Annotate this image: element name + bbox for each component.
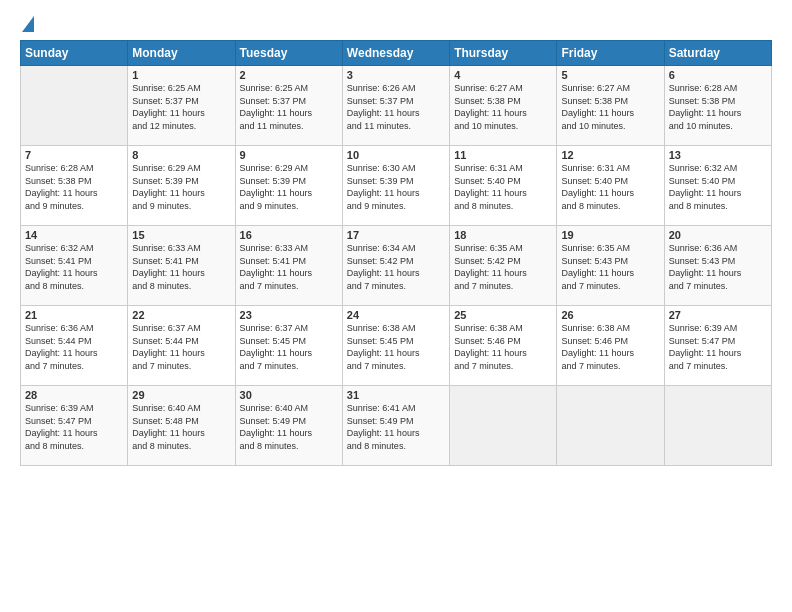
calendar-cell: 21Sunrise: 6:36 AM Sunset: 5:44 PM Dayli… (21, 306, 128, 386)
logo (20, 16, 34, 30)
day-info: Sunrise: 6:34 AM Sunset: 5:42 PM Dayligh… (347, 242, 445, 292)
day-number: 12 (561, 149, 659, 161)
calendar-cell: 20Sunrise: 6:36 AM Sunset: 5:43 PM Dayli… (664, 226, 771, 306)
day-info: Sunrise: 6:38 AM Sunset: 5:46 PM Dayligh… (561, 322, 659, 372)
calendar-cell: 14Sunrise: 6:32 AM Sunset: 5:41 PM Dayli… (21, 226, 128, 306)
day-number: 23 (240, 309, 338, 321)
day-info: Sunrise: 6:29 AM Sunset: 5:39 PM Dayligh… (132, 162, 230, 212)
day-info: Sunrise: 6:32 AM Sunset: 5:41 PM Dayligh… (25, 242, 123, 292)
day-info: Sunrise: 6:40 AM Sunset: 5:49 PM Dayligh… (240, 402, 338, 452)
calendar-cell: 16Sunrise: 6:33 AM Sunset: 5:41 PM Dayli… (235, 226, 342, 306)
calendar-cell (664, 386, 771, 466)
calendar-header-saturday: Saturday (664, 41, 771, 66)
header (20, 16, 772, 30)
calendar-cell: 10Sunrise: 6:30 AM Sunset: 5:39 PM Dayli… (342, 146, 449, 226)
day-info: Sunrise: 6:33 AM Sunset: 5:41 PM Dayligh… (132, 242, 230, 292)
day-number: 19 (561, 229, 659, 241)
day-info: Sunrise: 6:27 AM Sunset: 5:38 PM Dayligh… (561, 82, 659, 132)
calendar-cell: 27Sunrise: 6:39 AM Sunset: 5:47 PM Dayli… (664, 306, 771, 386)
day-info: Sunrise: 6:40 AM Sunset: 5:48 PM Dayligh… (132, 402, 230, 452)
day-number: 18 (454, 229, 552, 241)
calendar-week-row: 1Sunrise: 6:25 AM Sunset: 5:37 PM Daylig… (21, 66, 772, 146)
day-info: Sunrise: 6:25 AM Sunset: 5:37 PM Dayligh… (240, 82, 338, 132)
day-info: Sunrise: 6:28 AM Sunset: 5:38 PM Dayligh… (669, 82, 767, 132)
calendar-header-row: SundayMondayTuesdayWednesdayThursdayFrid… (21, 41, 772, 66)
calendar-cell: 25Sunrise: 6:38 AM Sunset: 5:46 PM Dayli… (450, 306, 557, 386)
calendar-header-monday: Monday (128, 41, 235, 66)
page: SundayMondayTuesdayWednesdayThursdayFrid… (0, 0, 792, 612)
calendar-cell: 5Sunrise: 6:27 AM Sunset: 5:38 PM Daylig… (557, 66, 664, 146)
day-info: Sunrise: 6:31 AM Sunset: 5:40 PM Dayligh… (454, 162, 552, 212)
day-number: 22 (132, 309, 230, 321)
day-info: Sunrise: 6:28 AM Sunset: 5:38 PM Dayligh… (25, 162, 123, 212)
day-number: 4 (454, 69, 552, 81)
calendar-cell: 19Sunrise: 6:35 AM Sunset: 5:43 PM Dayli… (557, 226, 664, 306)
day-number: 13 (669, 149, 767, 161)
calendar-cell: 11Sunrise: 6:31 AM Sunset: 5:40 PM Dayli… (450, 146, 557, 226)
calendar-cell: 28Sunrise: 6:39 AM Sunset: 5:47 PM Dayli… (21, 386, 128, 466)
calendar-cell: 1Sunrise: 6:25 AM Sunset: 5:37 PM Daylig… (128, 66, 235, 146)
day-number: 25 (454, 309, 552, 321)
calendar-cell: 29Sunrise: 6:40 AM Sunset: 5:48 PM Dayli… (128, 386, 235, 466)
calendar-cell (450, 386, 557, 466)
logo-container (20, 16, 34, 30)
day-info: Sunrise: 6:25 AM Sunset: 5:37 PM Dayligh… (132, 82, 230, 132)
day-info: Sunrise: 6:38 AM Sunset: 5:46 PM Dayligh… (454, 322, 552, 372)
day-number: 20 (669, 229, 767, 241)
calendar-cell: 31Sunrise: 6:41 AM Sunset: 5:49 PM Dayli… (342, 386, 449, 466)
calendar-cell: 9Sunrise: 6:29 AM Sunset: 5:39 PM Daylig… (235, 146, 342, 226)
calendar-cell: 22Sunrise: 6:37 AM Sunset: 5:44 PM Dayli… (128, 306, 235, 386)
calendar-header-thursday: Thursday (450, 41, 557, 66)
day-number: 31 (347, 389, 445, 401)
calendar-cell: 8Sunrise: 6:29 AM Sunset: 5:39 PM Daylig… (128, 146, 235, 226)
day-number: 28 (25, 389, 123, 401)
day-info: Sunrise: 6:35 AM Sunset: 5:42 PM Dayligh… (454, 242, 552, 292)
day-info: Sunrise: 6:31 AM Sunset: 5:40 PM Dayligh… (561, 162, 659, 212)
day-info: Sunrise: 6:37 AM Sunset: 5:45 PM Dayligh… (240, 322, 338, 372)
day-info: Sunrise: 6:26 AM Sunset: 5:37 PM Dayligh… (347, 82, 445, 132)
calendar-cell (21, 66, 128, 146)
calendar-week-row: 21Sunrise: 6:36 AM Sunset: 5:44 PM Dayli… (21, 306, 772, 386)
day-number: 3 (347, 69, 445, 81)
day-info: Sunrise: 6:39 AM Sunset: 5:47 PM Dayligh… (25, 402, 123, 452)
calendar-cell: 3Sunrise: 6:26 AM Sunset: 5:37 PM Daylig… (342, 66, 449, 146)
day-number: 16 (240, 229, 338, 241)
day-number: 30 (240, 389, 338, 401)
calendar-cell: 23Sunrise: 6:37 AM Sunset: 5:45 PM Dayli… (235, 306, 342, 386)
calendar-cell: 4Sunrise: 6:27 AM Sunset: 5:38 PM Daylig… (450, 66, 557, 146)
calendar-cell: 17Sunrise: 6:34 AM Sunset: 5:42 PM Dayli… (342, 226, 449, 306)
day-number: 15 (132, 229, 230, 241)
day-number: 9 (240, 149, 338, 161)
day-number: 29 (132, 389, 230, 401)
day-info: Sunrise: 6:38 AM Sunset: 5:45 PM Dayligh… (347, 322, 445, 372)
day-number: 5 (561, 69, 659, 81)
calendar-week-row: 7Sunrise: 6:28 AM Sunset: 5:38 PM Daylig… (21, 146, 772, 226)
calendar-cell: 13Sunrise: 6:32 AM Sunset: 5:40 PM Dayli… (664, 146, 771, 226)
day-info: Sunrise: 6:36 AM Sunset: 5:43 PM Dayligh… (669, 242, 767, 292)
day-number: 10 (347, 149, 445, 161)
calendar-cell: 12Sunrise: 6:31 AM Sunset: 5:40 PM Dayli… (557, 146, 664, 226)
day-number: 11 (454, 149, 552, 161)
day-info: Sunrise: 6:39 AM Sunset: 5:47 PM Dayligh… (669, 322, 767, 372)
calendar-header-sunday: Sunday (21, 41, 128, 66)
calendar-header-tuesday: Tuesday (235, 41, 342, 66)
calendar-week-row: 14Sunrise: 6:32 AM Sunset: 5:41 PM Dayli… (21, 226, 772, 306)
day-number: 26 (561, 309, 659, 321)
calendar-cell: 15Sunrise: 6:33 AM Sunset: 5:41 PM Dayli… (128, 226, 235, 306)
day-number: 1 (132, 69, 230, 81)
day-info: Sunrise: 6:27 AM Sunset: 5:38 PM Dayligh… (454, 82, 552, 132)
day-info: Sunrise: 6:29 AM Sunset: 5:39 PM Dayligh… (240, 162, 338, 212)
day-number: 17 (347, 229, 445, 241)
day-info: Sunrise: 6:33 AM Sunset: 5:41 PM Dayligh… (240, 242, 338, 292)
calendar-header-friday: Friday (557, 41, 664, 66)
day-info: Sunrise: 6:32 AM Sunset: 5:40 PM Dayligh… (669, 162, 767, 212)
day-number: 8 (132, 149, 230, 161)
day-info: Sunrise: 6:37 AM Sunset: 5:44 PM Dayligh… (132, 322, 230, 372)
calendar-cell: 6Sunrise: 6:28 AM Sunset: 5:38 PM Daylig… (664, 66, 771, 146)
day-info: Sunrise: 6:35 AM Sunset: 5:43 PM Dayligh… (561, 242, 659, 292)
day-info: Sunrise: 6:30 AM Sunset: 5:39 PM Dayligh… (347, 162, 445, 212)
day-number: 7 (25, 149, 123, 161)
day-number: 21 (25, 309, 123, 321)
calendar-header-wednesday: Wednesday (342, 41, 449, 66)
calendar-cell: 7Sunrise: 6:28 AM Sunset: 5:38 PM Daylig… (21, 146, 128, 226)
